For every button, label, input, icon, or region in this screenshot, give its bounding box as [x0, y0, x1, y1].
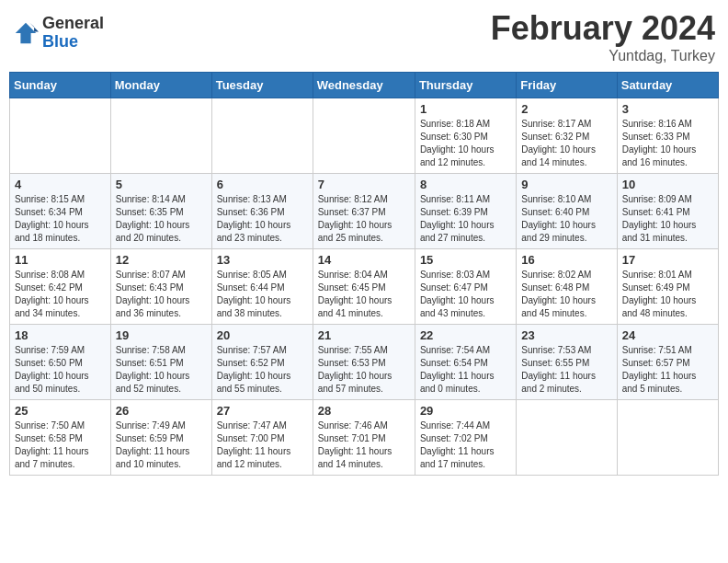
logo-blue-text: Blue: [42, 33, 104, 52]
calendar-week-5: 25Sunrise: 7:50 AM Sunset: 6:58 PM Dayli…: [10, 400, 719, 476]
day-info: Sunrise: 8:16 AM Sunset: 6:33 PM Dayligh…: [622, 118, 713, 169]
day-info: Sunrise: 8:13 AM Sunset: 6:36 PM Dayligh…: [217, 193, 308, 245]
day-info: Sunrise: 7:55 AM Sunset: 6:53 PM Dayligh…: [318, 344, 410, 396]
day-info: Sunrise: 7:50 AM Sunset: 6:58 PM Dayligh…: [15, 419, 106, 471]
day-number: 14: [318, 253, 410, 267]
day-info: Sunrise: 7:54 AM Sunset: 6:54 PM Dayligh…: [420, 344, 511, 396]
day-info: Sunrise: 7:51 AM Sunset: 6:57 PM Dayligh…: [622, 344, 713, 396]
calendar-cell: 6Sunrise: 8:13 AM Sunset: 6:36 PM Daylig…: [211, 174, 313, 249]
day-number: 18: [15, 328, 106, 342]
day-number: 9: [521, 178, 611, 191]
calendar-cell: 19Sunrise: 7:58 AM Sunset: 6:51 PM Dayli…: [110, 325, 211, 400]
calendar-week-3: 11Sunrise: 8:08 AM Sunset: 6:42 PM Dayli…: [10, 249, 719, 325]
calendar-cell: 24Sunrise: 7:51 AM Sunset: 6:57 PM Dayli…: [617, 325, 718, 400]
day-info: Sunrise: 7:47 AM Sunset: 7:00 PM Dayligh…: [217, 419, 308, 471]
day-info: Sunrise: 8:14 AM Sunset: 6:35 PM Dayligh…: [116, 193, 207, 245]
calendar-week-2: 4Sunrise: 8:15 AM Sunset: 6:34 PM Daylig…: [10, 174, 719, 249]
day-info: Sunrise: 8:17 AM Sunset: 6:32 PM Dayligh…: [521, 118, 611, 169]
calendar-cell: 3Sunrise: 8:16 AM Sunset: 6:33 PM Daylig…: [617, 98, 718, 174]
calendar-cell: 4Sunrise: 8:15 AM Sunset: 6:34 PM Daylig…: [10, 174, 111, 249]
day-info: Sunrise: 8:11 AM Sunset: 6:39 PM Dayligh…: [420, 193, 511, 245]
calendar-cell: [211, 98, 313, 174]
calendar-cell: 13Sunrise: 8:05 AM Sunset: 6:44 PM Dayli…: [211, 249, 313, 325]
day-info: Sunrise: 7:46 AM Sunset: 7:01 PM Dayligh…: [318, 419, 410, 471]
calendar-cell: 17Sunrise: 8:01 AM Sunset: 6:49 PM Dayli…: [617, 249, 718, 325]
calendar-cell: 16Sunrise: 8:02 AM Sunset: 6:48 PM Dayli…: [517, 249, 617, 325]
weekday-header-sunday: Sunday: [10, 73, 111, 98]
calendar-cell: 23Sunrise: 7:53 AM Sunset: 6:55 PM Dayli…: [517, 325, 617, 400]
calendar-cell: 18Sunrise: 7:59 AM Sunset: 6:50 PM Dayli…: [10, 325, 111, 400]
calendar-subtitle: Yuntdag, Turkey: [491, 48, 715, 64]
calendar-cell: 28Sunrise: 7:46 AM Sunset: 7:01 PM Dayli…: [313, 400, 415, 476]
day-number: 12: [116, 253, 207, 267]
calendar-cell: 25Sunrise: 7:50 AM Sunset: 6:58 PM Dayli…: [10, 400, 111, 476]
day-info: Sunrise: 8:08 AM Sunset: 6:42 PM Dayligh…: [15, 269, 106, 320]
day-number: 8: [420, 178, 511, 191]
calendar-cell: 14Sunrise: 8:04 AM Sunset: 6:45 PM Dayli…: [313, 249, 415, 325]
day-number: 20: [217, 328, 308, 342]
day-number: 4: [15, 178, 106, 191]
logo-icon: [13, 20, 39, 46]
logo: General Blue: [13, 15, 104, 52]
title-block: February 2024 Yuntdag, Turkey: [491, 9, 715, 64]
calendar-week-1: 1Sunrise: 8:18 AM Sunset: 6:30 PM Daylig…: [10, 98, 719, 174]
day-info: Sunrise: 8:18 AM Sunset: 6:30 PM Dayligh…: [420, 118, 511, 169]
day-info: Sunrise: 8:07 AM Sunset: 6:43 PM Dayligh…: [116, 269, 207, 320]
calendar-cell: 27Sunrise: 7:47 AM Sunset: 7:00 PM Dayli…: [211, 400, 313, 476]
day-number: 3: [622, 102, 713, 116]
calendar-cell: 21Sunrise: 7:55 AM Sunset: 6:53 PM Dayli…: [313, 325, 415, 400]
calendar-cell: 2Sunrise: 8:17 AM Sunset: 6:32 PM Daylig…: [517, 98, 617, 174]
day-number: 29: [420, 404, 511, 418]
day-info: Sunrise: 8:05 AM Sunset: 6:44 PM Dayligh…: [217, 269, 308, 320]
day-info: Sunrise: 8:12 AM Sunset: 6:37 PM Dayligh…: [318, 193, 410, 245]
calendar-title: February 2024: [491, 9, 715, 48]
day-number: 26: [116, 404, 207, 418]
calendar-cell: 12Sunrise: 8:07 AM Sunset: 6:43 PM Dayli…: [110, 249, 211, 325]
day-number: 11: [15, 253, 106, 267]
calendar-cell: 29Sunrise: 7:44 AM Sunset: 7:02 PM Dayli…: [415, 400, 516, 476]
day-number: 25: [15, 404, 106, 418]
weekday-header-row: SundayMondayTuesdayWednesdayThursdayFrid…: [10, 73, 719, 98]
day-info: Sunrise: 7:59 AM Sunset: 6:50 PM Dayligh…: [15, 344, 106, 396]
day-number: 10: [622, 178, 713, 191]
calendar-cell: [10, 98, 111, 174]
day-number: 2: [521, 102, 611, 116]
day-number: 27: [217, 404, 308, 418]
calendar-cell: 9Sunrise: 8:10 AM Sunset: 6:40 PM Daylig…: [517, 174, 617, 249]
day-number: 5: [116, 178, 207, 191]
day-number: 19: [116, 328, 207, 342]
day-info: Sunrise: 7:58 AM Sunset: 6:51 PM Dayligh…: [116, 344, 207, 396]
day-number: 28: [318, 404, 410, 418]
day-info: Sunrise: 8:15 AM Sunset: 6:34 PM Dayligh…: [15, 193, 106, 245]
day-info: Sunrise: 8:03 AM Sunset: 6:47 PM Dayligh…: [420, 269, 511, 320]
calendar-cell: [110, 98, 211, 174]
weekday-header-tuesday: Tuesday: [211, 73, 313, 98]
day-info: Sunrise: 8:02 AM Sunset: 6:48 PM Dayligh…: [521, 269, 611, 320]
day-info: Sunrise: 7:49 AM Sunset: 6:59 PM Dayligh…: [116, 419, 207, 471]
calendar-cell: 22Sunrise: 7:54 AM Sunset: 6:54 PM Dayli…: [415, 325, 516, 400]
weekday-header-saturday: Saturday: [617, 73, 718, 98]
weekday-header-monday: Monday: [110, 73, 211, 98]
day-number: 7: [318, 178, 410, 191]
day-info: Sunrise: 8:09 AM Sunset: 6:41 PM Dayligh…: [622, 193, 713, 245]
day-number: 13: [217, 253, 308, 267]
calendar-cell: 1Sunrise: 8:18 AM Sunset: 6:30 PM Daylig…: [415, 98, 516, 174]
day-number: 21: [318, 328, 410, 342]
day-number: 16: [521, 253, 611, 267]
day-number: 1: [420, 102, 511, 116]
calendar-cell: [313, 98, 415, 174]
weekday-header-thursday: Thursday: [415, 73, 516, 98]
day-info: Sunrise: 8:10 AM Sunset: 6:40 PM Dayligh…: [521, 193, 611, 245]
calendar-cell: 15Sunrise: 8:03 AM Sunset: 6:47 PM Dayli…: [415, 249, 516, 325]
calendar-week-4: 18Sunrise: 7:59 AM Sunset: 6:50 PM Dayli…: [10, 325, 719, 400]
day-number: 22: [420, 328, 511, 342]
day-number: 24: [622, 328, 713, 342]
day-number: 6: [217, 178, 308, 191]
day-info: Sunrise: 7:44 AM Sunset: 7:02 PM Dayligh…: [420, 419, 511, 471]
calendar-cell: 8Sunrise: 8:11 AM Sunset: 6:39 PM Daylig…: [415, 174, 516, 249]
day-info: Sunrise: 7:53 AM Sunset: 6:55 PM Dayligh…: [521, 344, 611, 396]
day-number: 15: [420, 253, 511, 267]
calendar-cell: 5Sunrise: 8:14 AM Sunset: 6:35 PM Daylig…: [110, 174, 211, 249]
weekday-header-friday: Friday: [517, 73, 617, 98]
calendar-cell: [617, 400, 718, 476]
